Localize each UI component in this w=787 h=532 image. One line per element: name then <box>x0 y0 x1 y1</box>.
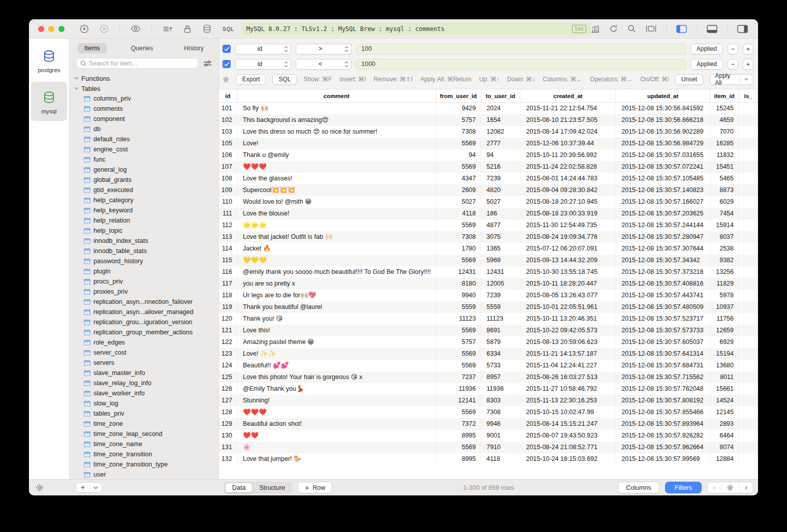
column-header-created_at[interactable]: created_at <box>520 89 616 102</box>
table-row[interactable]: 116@emily thank you soooo much beautiful… <box>219 266 758 278</box>
cell-comment[interactable]: Love this! <box>237 325 436 336</box>
cell-id[interactable]: 128 <box>219 406 237 418</box>
sidebar-table-comments[interactable]: comments <box>70 104 218 114</box>
lock-icon[interactable] <box>183 24 192 34</box>
cell-to_user_id[interactable]: 8303 <box>481 395 521 406</box>
table-row[interactable]: 124Beautiful!! 💕💕556957332015-11-04 12:2… <box>219 360 758 371</box>
cell-comment[interactable]: Thank u @emily <box>237 149 436 161</box>
frame-columns-icon[interactable] <box>646 25 656 33</box>
cell-comment[interactable]: ❤️❤️ <box>237 430 436 442</box>
cell-is_[interactable] <box>739 325 758 336</box>
connection-postgres[interactable]: postgres <box>31 41 67 80</box>
cell-updated_at[interactable]: 2015-12-08 15:30:57.715562 <box>616 371 710 383</box>
disconnect-icon[interactable] <box>100 24 109 34</box>
cell-created_at[interactable]: 2015-08-18 20:27:10.945 <box>520 196 616 208</box>
cell-created_at[interactable]: 2015-07-12 06:20:07.091 <box>520 243 616 255</box>
close-button[interactable] <box>38 26 44 32</box>
add-row-button[interactable]: + Row <box>298 482 332 493</box>
unset-button[interactable]: Unset <box>675 74 703 85</box>
cell-item_id[interactable]: 8873 <box>710 184 739 196</box>
sidebar-table-procs_priv[interactable]: procs_priv <box>70 276 218 287</box>
cell-id[interactable]: 107 <box>219 161 237 173</box>
cell-id[interactable]: 130 <box>219 430 237 442</box>
cell-item_id[interactable]: 11756 <box>710 313 739 325</box>
cell-is_[interactable] <box>739 290 758 301</box>
cell-created_at[interactable]: 2015-10-22 09:42:05.573 <box>520 325 616 336</box>
cell-from_user_id[interactable]: 5569 <box>436 360 481 371</box>
cell-item_id[interactable]: 15661 <box>710 383 739 395</box>
cell-to_user_id[interactable]: 5216 <box>481 161 521 173</box>
cell-created_at[interactable]: 2015-11-04 12:24:41.227 <box>520 360 616 371</box>
search-icon[interactable] <box>627 24 636 33</box>
remove-filter-button[interactable]: − <box>728 44 738 54</box>
filter-applied-button[interactable]: Applied <box>690 59 723 70</box>
cell-to_user_id[interactable]: 9946 <box>481 418 521 430</box>
cell-id[interactable]: 121 <box>219 325 237 336</box>
cell-from_user_id[interactable]: 5569 <box>436 161 481 173</box>
cell-id[interactable]: 105 <box>219 138 237 149</box>
cell-from_user_id[interactable]: 4347 <box>436 173 481 184</box>
cell-id[interactable]: 127 <box>219 395 237 406</box>
cell-from_user_id[interactable]: 7372 <box>436 418 481 430</box>
cell-item_id[interactable]: 13680 <box>710 360 739 371</box>
column-header-from_user_id[interactable]: from_user_id <box>436 89 481 102</box>
cell-created_at[interactable]: 2015-11-13 22:30:16.253 <box>520 395 616 406</box>
cell-updated_at[interactable]: 2015-12-08 15:30:57.105485 <box>616 173 710 184</box>
cell-updated_at[interactable]: 2015-12-08 15:30:57.523717 <box>616 313 710 325</box>
tab-items[interactable]: Items <box>78 43 107 53</box>
cell-is_[interactable] <box>739 149 758 161</box>
cell-is_[interactable] <box>739 231 758 243</box>
cell-created_at[interactable]: 2015-10-30 13:55:18.745 <box>520 266 616 278</box>
sidebar-table-default_roles[interactable]: default_roles <box>70 134 218 144</box>
cell-item_id[interactable]: 2893 <box>710 418 739 430</box>
cell-to_user_id[interactable]: 12431 <box>481 266 521 278</box>
sidebar-table-help_relation[interactable]: help_relation <box>70 215 218 226</box>
table-row[interactable]: 105Love!556927772015-12-06 10:37:39.4420… <box>219 138 758 149</box>
cell-comment[interactable]: Amazing pastel theme 😁 <box>237 336 436 348</box>
sidebar-table-component[interactable]: component <box>70 114 218 124</box>
cell-updated_at[interactable]: 2015-12-08 15:30:57.373218 <box>616 266 710 278</box>
cell-id[interactable]: 112 <box>219 220 237 231</box>
table-row[interactable]: 129Beautiful action shot!737299462015-08… <box>219 418 758 430</box>
cell-to_user_id[interactable]: 11123 <box>481 313 521 325</box>
cell-to_user_id[interactable]: 2777 <box>481 138 521 149</box>
cell-to_user_id[interactable]: 3075 <box>481 231 521 243</box>
sidebar-table-user[interactable]: user <box>70 470 218 479</box>
zoom-button[interactable] <box>58 26 65 32</box>
cell-to_user_id[interactable]: 1365 <box>481 243 521 255</box>
cell-from_user_id[interactable]: 5027 <box>436 196 481 208</box>
sidebar-table-slow_log[interactable]: slow_log <box>70 398 218 409</box>
cell-to_user_id[interactable]: 8957 <box>481 371 521 383</box>
cell-id[interactable]: 103 <box>219 126 237 138</box>
cell-from_user_id[interactable]: 9940 <box>436 290 481 301</box>
column-header-id[interactable]: id <box>219 89 237 102</box>
column-header-item_id[interactable]: item_id <box>710 89 739 102</box>
cell-id[interactable]: 119 <box>219 301 237 313</box>
import-list-icon[interactable] <box>163 25 173 33</box>
cell-comment[interactable]: 🌸 <box>237 442 436 453</box>
cell-id[interactable]: 114 <box>219 243 237 255</box>
cell-updated_at[interactable]: 2015-12-08 15:30:57.684731 <box>616 360 710 371</box>
apply-all-button[interactable]: Apply All <box>710 74 753 85</box>
cell-id[interactable]: 106 <box>219 149 237 161</box>
cell-id[interactable]: 110 <box>219 196 237 208</box>
cell-id[interactable]: 116 <box>219 266 237 278</box>
cell-item_id[interactable]: 6029 <box>710 196 739 208</box>
cell-created_at[interactable]: 2015-10-11 13:20:46.351 <box>520 313 616 325</box>
cell-is_[interactable] <box>739 220 758 231</box>
sidebar-table-general_log[interactable]: general_log <box>70 165 218 175</box>
cell-is_[interactable] <box>739 406 758 418</box>
column-header-updated_at[interactable]: updated_at <box>616 89 710 102</box>
cell-created_at[interactable]: 2015-08-05 13:26:43.077 <box>520 290 616 301</box>
column-header-is_[interactable]: is_ <box>739 89 758 102</box>
filter-operator-select[interactable]: > <box>296 44 352 54</box>
filter-value-input[interactable] <box>356 59 686 70</box>
cell-created_at[interactable]: 2015-08-01 14:24:44.783 <box>520 173 616 184</box>
sidebar-table-password_history[interactable]: password_history <box>70 256 218 266</box>
cell-id[interactable]: 125 <box>219 371 237 383</box>
cell-to_user_id[interactable]: 4820 <box>481 184 521 196</box>
cell-to_user_id[interactable]: 7239 <box>481 173 521 184</box>
table-row[interactable]: 109Supercool💥💥💥260948202015-09-04 09:28:… <box>219 184 758 196</box>
cell-created_at[interactable]: 2015-10-11 18:28:20.447 <box>520 278 616 290</box>
cell-item_id[interactable]: 15245 <box>710 103 739 114</box>
